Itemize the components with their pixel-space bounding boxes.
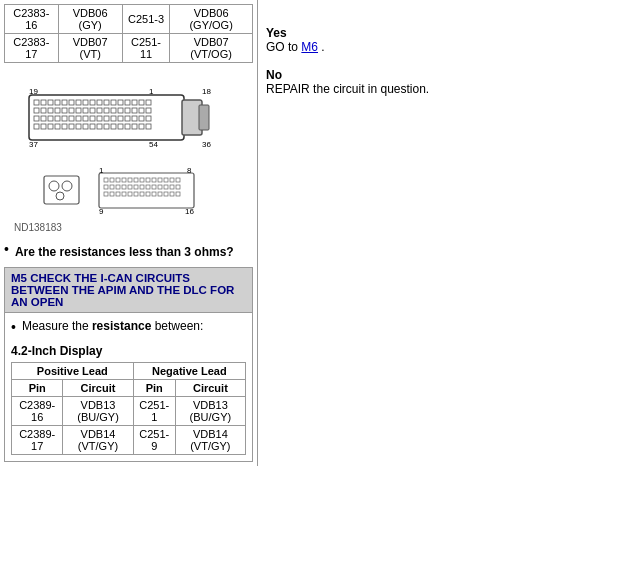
- nd-label: ND138183: [14, 222, 62, 233]
- lead-table: Positive Lead Negative Lead Pin Circuit …: [11, 362, 246, 455]
- svg-rect-11: [104, 100, 109, 105]
- m6-link[interactable]: M6: [301, 40, 318, 54]
- table-row: C2383-16 VDB06 (GY) C251-3 VDB06 (GY/OG): [5, 5, 253, 34]
- svg-text:54: 54: [149, 140, 158, 149]
- svg-rect-109: [110, 192, 114, 196]
- pos-circuit-1: VDB13 (BU/GY): [63, 396, 133, 425]
- no-text: REPAIR the circuit in question.: [266, 82, 623, 96]
- neg-pin-1: C251-1: [133, 396, 175, 425]
- svg-rect-49: [132, 116, 137, 121]
- svg-rect-41: [76, 116, 81, 121]
- svg-rect-93: [170, 178, 174, 182]
- svg-rect-35: [34, 116, 39, 121]
- question-item: • Are the resistances less than 3 ohms?: [4, 241, 253, 259]
- svg-rect-43: [90, 116, 95, 121]
- diagram-area: 19 1 37 54 18 36: [4, 71, 253, 233]
- svg-rect-61: [97, 124, 102, 129]
- svg-rect-60: [90, 124, 95, 129]
- svg-rect-20: [48, 108, 53, 113]
- cell: C251-3: [122, 5, 169, 34]
- svg-rect-118: [164, 192, 168, 196]
- no-block: No REPAIR the circuit in question.: [266, 68, 623, 96]
- svg-text:18: 18: [202, 87, 211, 96]
- svg-rect-112: [128, 192, 132, 196]
- svg-rect-104: [158, 185, 162, 189]
- large-connector-diagram: 19 1 37 54 18 36: [24, 75, 234, 160]
- svg-rect-10: [97, 100, 102, 105]
- svg-rect-63: [111, 124, 116, 129]
- svg-rect-68: [146, 124, 151, 129]
- svg-rect-59: [83, 124, 88, 129]
- svg-rect-62: [104, 124, 109, 129]
- neg-circuit-1: VDB13 (BU/GY): [175, 396, 245, 425]
- svg-rect-101: [140, 185, 144, 189]
- svg-rect-53: [41, 124, 46, 129]
- svg-rect-106: [170, 185, 174, 189]
- bullet-icon: •: [4, 241, 9, 258]
- svg-rect-117: [158, 192, 162, 196]
- svg-rect-15: [132, 100, 137, 105]
- table-row: C2389-17 VDB14 (VT/GY) C251-9 VDB14 (VT/…: [12, 425, 246, 454]
- svg-rect-32: [132, 108, 137, 113]
- svg-rect-12: [111, 100, 116, 105]
- svg-rect-90: [152, 178, 156, 182]
- question-text: Are the resistances less than 3 ohms?: [15, 245, 234, 259]
- svg-rect-96: [110, 185, 114, 189]
- svg-rect-21: [55, 108, 60, 113]
- svg-text:16: 16: [185, 207, 194, 216]
- svg-rect-70: [199, 105, 209, 130]
- svg-rect-52: [34, 124, 39, 129]
- svg-rect-7: [76, 100, 81, 105]
- yes-no-section: Yes GO to M6 . No REPAIR the circuit in …: [266, 26, 623, 96]
- m5-section: M5 CHECK THE I-CAN CIRCUITS BETWEEN THE …: [4, 267, 253, 462]
- svg-text:36: 36: [202, 140, 211, 149]
- neg-circuit-2: VDB14 (VT/GY): [175, 425, 245, 454]
- svg-rect-83: [110, 178, 114, 182]
- svg-rect-87: [134, 178, 138, 182]
- right-panel: Yes GO to M6 . No REPAIR the circuit in …: [258, 0, 631, 466]
- svg-rect-13: [118, 100, 123, 105]
- svg-rect-111: [122, 192, 126, 196]
- svg-rect-55: [55, 124, 60, 129]
- svg-rect-94: [176, 178, 180, 182]
- svg-rect-99: [128, 185, 132, 189]
- svg-rect-108: [104, 192, 108, 196]
- svg-text:9: 9: [99, 207, 104, 216]
- svg-rect-113: [134, 192, 138, 196]
- svg-rect-14: [125, 100, 130, 105]
- svg-rect-85: [122, 178, 126, 182]
- svg-rect-107: [176, 185, 180, 189]
- table-row: C2383-17 VDB07 (VT) C251-11 VDB07 (VT/OG…: [5, 34, 253, 63]
- circuit-header-pos: Circuit: [63, 379, 133, 396]
- pos-circuit-2: VDB14 (VT/GY): [63, 425, 133, 454]
- negative-lead-header: Negative Lead: [133, 362, 245, 379]
- svg-rect-45: [104, 116, 109, 121]
- m5-content: • Measure the resistance between: 4.2-In…: [4, 313, 253, 462]
- svg-rect-97: [116, 185, 120, 189]
- yes-text: GO to M6 .: [266, 40, 623, 54]
- pin-header-neg: Pin: [133, 379, 175, 396]
- svg-rect-47: [118, 116, 123, 121]
- svg-rect-18: [34, 108, 39, 113]
- svg-rect-56: [62, 124, 67, 129]
- lead-sub-header-row: Pin Circuit Pin Circuit: [12, 379, 246, 396]
- svg-rect-57: [69, 124, 74, 129]
- svg-rect-115: [146, 192, 150, 196]
- svg-rect-102: [146, 185, 150, 189]
- svg-rect-92: [164, 178, 168, 182]
- positive-lead-header: Positive Lead: [12, 362, 134, 379]
- svg-rect-8: [83, 100, 88, 105]
- svg-rect-54: [48, 124, 53, 129]
- svg-rect-64: [118, 124, 123, 129]
- svg-rect-98: [122, 185, 126, 189]
- svg-rect-42: [83, 116, 88, 121]
- svg-rect-5: [62, 100, 67, 105]
- svg-rect-116: [152, 192, 156, 196]
- left-panel: C2383-16 VDB06 (GY) C251-3 VDB06 (GY/OG)…: [0, 0, 258, 466]
- circuit-header-neg: Circuit: [175, 379, 245, 396]
- svg-rect-2: [41, 100, 46, 105]
- svg-rect-40: [69, 116, 74, 121]
- svg-text:1: 1: [149, 87, 154, 96]
- cell: VDB07 (VT/OG): [170, 34, 253, 63]
- svg-point-80: [56, 192, 64, 200]
